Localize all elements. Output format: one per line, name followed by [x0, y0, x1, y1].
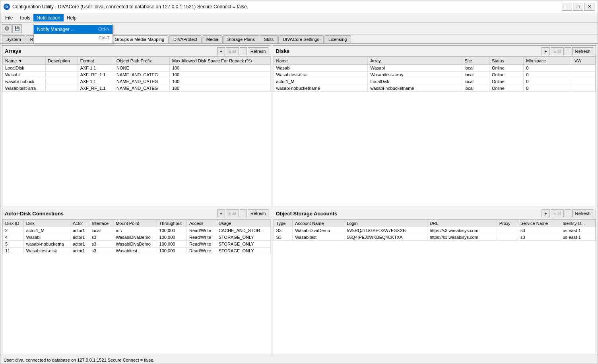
table-row[interactable]: actor1_M LocalDisk local Online 0: [274, 78, 596, 85]
table-row[interactable]: wasabi-nobucketname wasabi-nobucketname …: [274, 85, 596, 92]
table-row[interactable]: LocalDisk AXF 1.1 NONE 100: [3, 65, 271, 72]
disks-add-button[interactable]: +: [542, 47, 549, 55]
actordisk-table-container[interactable]: Disk ID Disk Actor Interface Mount Point…: [2, 219, 271, 354]
objstorage-remove-button[interactable]: -: [565, 209, 572, 217]
bottom-row: Actor-Disk Connections + Edit - Refresh …: [2, 208, 596, 354]
arrays-cell-desc: [45, 85, 78, 92]
actordisk-cell-throughput: 100,000: [157, 227, 186, 234]
arrays-cell-name: Wasabi: [3, 72, 46, 78]
objstorage-col-type: Type: [274, 219, 293, 227]
actordisk-edit-button[interactable]: Edit: [226, 209, 239, 217]
tab-media[interactable]: Media: [202, 35, 223, 43]
actordisk-cell-interface: s3: [89, 247, 113, 254]
disks-col-status: Status: [489, 57, 523, 65]
objstorage-col-login: Login: [344, 219, 427, 227]
objstorage-add-button[interactable]: +: [542, 209, 549, 217]
actordisk-col-disk: Disk: [23, 219, 70, 227]
menu-help[interactable]: Help: [64, 14, 80, 21]
arrays-remove-button[interactable]: -: [240, 47, 247, 55]
table-row[interactable]: Wasabi Wasabi local Online 0: [274, 65, 596, 72]
disks-cell-status: Online: [489, 72, 523, 78]
arrays-edit-button[interactable]: Edit: [226, 47, 239, 55]
table-row[interactable]: 5 wasabi-nobucketna actor1 s3 WasabiDiva…: [3, 240, 271, 247]
objstorage-cell-url: https://s3.wasabisys.com: [427, 227, 497, 234]
disks-cell-status: Online: [489, 78, 523, 85]
actordisk-col-diskid: Disk ID: [3, 219, 24, 227]
disks-table-container[interactable]: Name Array Site Status Min.space VW Wasa…: [273, 57, 596, 206]
app-icon: D: [4, 4, 10, 10]
close-button[interactable]: ✕: [584, 3, 594, 11]
arrays-table: Name ▼ Description Format Object Path Pr…: [2, 57, 271, 92]
objstorage-cell-url: https://s3.wasabisys.com: [427, 234, 497, 240]
actordisk-refresh-button[interactable]: Refresh: [248, 209, 269, 217]
table-row[interactable]: Wasabi AXF_RF_1.1 NAME_AND_CATEG 100: [3, 72, 271, 78]
menu-tools[interactable]: Tools: [16, 14, 33, 21]
actordisk-table: Disk ID Disk Actor Interface Mount Point…: [2, 219, 271, 254]
tab-storage-plans[interactable]: Storage Plans: [223, 35, 259, 43]
table-row[interactable]: Wasabitest-arra AXF_RF_1.1 NAME_AND_CATE…: [3, 85, 271, 92]
arrays-cell-max: 100: [169, 78, 271, 85]
objstorage-cell-proxy: [497, 227, 518, 234]
tab-licensing[interactable]: Licensing: [324, 35, 351, 43]
actordisk-cell-access: Read/Write: [186, 227, 216, 234]
toolbar-btn-2[interactable]: 💾: [12, 24, 22, 33]
objstorage-col-url: URL: [427, 219, 497, 227]
tab-slots[interactable]: Slots: [260, 35, 278, 43]
disks-remove-button[interactable]: -: [565, 47, 572, 55]
menu-file[interactable]: File: [2, 14, 16, 21]
objstorage-table-container[interactable]: Type Account Name Login URL Proxy Servic…: [273, 219, 596, 354]
arrays-cell-format: AXF_RF_1.1: [78, 85, 114, 92]
disks-cell-minspace: 0: [524, 78, 572, 85]
table-row[interactable]: 2 actor1_M actor1 local m:\ 100,000 Read…: [3, 227, 271, 234]
tab-system[interactable]: System: [2, 35, 25, 43]
disks-edit-button[interactable]: Edit: [551, 47, 564, 55]
arrays-col-prefix: Object Path Prefix: [114, 57, 170, 65]
actordisk-cell-mountpoint: Wasabitest: [113, 247, 157, 254]
objstorage-cell-login: 5V5RQJTUGBPO3W7FGXXB: [344, 227, 427, 234]
arrays-col-name: Name ▼: [3, 57, 46, 65]
arrays-col-format: Format: [78, 57, 114, 65]
main-content: Arrays + Edit - Refresh Name ▼ Descripti…: [0, 44, 598, 356]
notify-actors-item[interactable]: Notify Actors ... Ctrl-T: [34, 34, 113, 43]
actordisk-cell-throughput: 100,000: [157, 247, 186, 254]
notify-manager-item[interactable]: Notify Manager ... Ctrl-N: [34, 25, 113, 34]
menu-notification[interactable]: Notification Notify Manager ... Ctrl-N N…: [33, 14, 63, 21]
table-row[interactable]: wasabi-nobuck AXF 1.1 NAME_AND_CATEG 100: [3, 78, 271, 85]
tab-divaprotect[interactable]: DIVAProtect: [169, 35, 202, 43]
disks-cell-name: actor1_M: [274, 78, 368, 85]
actordisk-add-button[interactable]: +: [217, 209, 225, 217]
table-row[interactable]: 4 Wasabi actor1 s3 WasabiDivaDemo 100,00…: [3, 234, 271, 240]
minimize-button[interactable]: −: [562, 3, 572, 11]
table-row[interactable]: 11 Wasabitest-disk actor1 s3 Wasabitest …: [3, 247, 271, 254]
actordisk-cell-usage: STORAGE_ONLY: [216, 247, 271, 254]
maximize-button[interactable]: □: [573, 3, 583, 11]
actordisk-cell-disk: wasabi-nobucketna: [23, 240, 70, 247]
objstorage-refresh-button[interactable]: Refresh: [572, 209, 593, 217]
actordisk-cell-disk: Wasabi: [23, 234, 70, 240]
objstorage-edit-button[interactable]: Edit: [551, 209, 564, 217]
table-row[interactable]: S3 WasabiDivaDemo 5V5RQJTUGBPO3W7FGXXB h…: [274, 227, 596, 234]
arrays-refresh-button[interactable]: Refresh: [248, 47, 269, 55]
objstorage-panel-title: Object Storage Accounts: [276, 211, 337, 217]
disks-refresh-button[interactable]: Refresh: [572, 47, 593, 55]
arrays-cell-prefix: NAME_AND_CATEG: [114, 78, 170, 85]
toolbar-btn-1[interactable]: 🔘: [2, 24, 12, 33]
disks-col-minspace: Min.space: [524, 57, 572, 65]
objstorage-col-account: Account Name: [293, 219, 344, 227]
table-row[interactable]: S3 Wasabitest 56Q4IPEJ0WKBEQ4CKTXA https…: [274, 234, 596, 240]
arrays-table-container[interactable]: Name ▼ Description Format Object Path Pr…: [2, 57, 271, 206]
actordisk-cell-diskid: 5: [3, 240, 24, 247]
objstorage-cell-service: s3: [518, 234, 560, 240]
arrays-add-button[interactable]: +: [217, 47, 225, 55]
actordisk-remove-button[interactable]: -: [240, 209, 247, 217]
table-row[interactable]: Wasabitest-disk Wasabitest-array local O…: [274, 72, 596, 78]
disks-col-name: Name: [274, 57, 368, 65]
menu-bar: File Tools Notification Notify Manager .…: [0, 13, 598, 23]
actordisk-col-access: Access: [186, 219, 216, 227]
actordisk-cell-interface: s3: [89, 240, 113, 247]
tab-groups-media[interactable]: Groups & Media Mapping: [110, 35, 169, 43]
disks-panel-header: Disks + Edit - Refresh: [273, 46, 596, 57]
arrays-cell-format: AXF 1.1: [78, 78, 114, 85]
actordisk-col-interface: Interface: [89, 219, 113, 227]
tab-divacore-settings[interactable]: DIVACore Settings: [278, 35, 324, 43]
